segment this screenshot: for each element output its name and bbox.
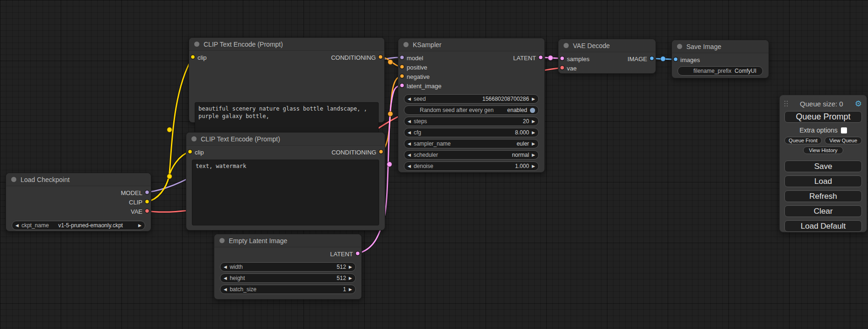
decrement-arrow-icon[interactable]: ◀	[408, 153, 411, 157]
denoise-value: 1.000	[515, 163, 529, 169]
node-titlebar[interactable]: CLIP Text Encode (Prompt)	[189, 38, 384, 51]
output-label-conditioning: CONDITIONING	[331, 54, 376, 61]
queue-front-button[interactable]: Queue Front	[784, 137, 822, 144]
widget-ckpt-name[interactable]: ◀ ckpt_name v1-5-pruned-emaonly.ckpt ▶	[12, 221, 145, 230]
widget-scheduler[interactable]: ◀ scheduler normal ▶	[404, 150, 539, 160]
decrement-arrow-icon[interactable]: ◀	[408, 97, 411, 101]
widget-filename-prefix[interactable]: filename_prefix ComfyUI	[677, 66, 763, 76]
node-titlebar[interactable]: VAE Decode	[558, 39, 656, 52]
node-titlebar[interactable]: Save Image	[672, 40, 769, 53]
output-label-model: MODEL	[121, 189, 142, 196]
node-title: Empty Latent Image	[229, 237, 287, 245]
widget-denoise[interactable]: ◀ denoise 1.000 ▶	[404, 161, 539, 171]
widget-height[interactable]: ◀ height 512 ▶	[220, 273, 356, 283]
node-titlebar[interactable]: KSampler	[398, 38, 544, 51]
increment-arrow-icon[interactable]: ▶	[532, 119, 535, 124]
node-title: CLIP Text Encode (Prompt)	[201, 135, 280, 143]
random-seed-value: enabled	[507, 107, 527, 113]
input-label-clip: clip	[195, 149, 204, 156]
gear-icon[interactable]: ⚙	[855, 100, 862, 108]
increment-arrow-icon[interactable]: ▶	[532, 164, 535, 168]
input-label-negative: negative	[407, 73, 430, 80]
node-titlebar[interactable]: Empty Latent Image	[214, 234, 361, 247]
output-label-vae: VAE	[131, 208, 142, 215]
increment-arrow-icon[interactable]: ▶	[349, 287, 352, 292]
collapse-dot-icon[interactable]	[11, 177, 16, 182]
widget-random-seed-toggle[interactable]: Random seed after every gen enabled	[404, 105, 539, 115]
node-title: CLIP Text Encode (Prompt)	[204, 41, 283, 48]
collapse-dot-icon[interactable]	[219, 238, 225, 243]
node-clip-text-encode-negative[interactable]: CLIP Text Encode (Prompt) clip CONDITION…	[186, 132, 385, 231]
increment-arrow-icon[interactable]: ▶	[532, 153, 535, 157]
extra-options-checkbox[interactable]	[841, 127, 847, 133]
negative-prompt-textarea[interactable]: text, watermark	[192, 160, 379, 225]
ckpt-name-value: v1-5-pruned-emaonly.ckpt	[58, 222, 123, 229]
collapse-dot-icon[interactable]	[403, 42, 409, 47]
decrement-arrow-icon[interactable]: ◀	[15, 224, 19, 228]
decrement-arrow-icon[interactable]: ◀	[408, 119, 411, 124]
widget-width[interactable]: ◀ width 512 ▶	[220, 262, 356, 272]
queue-menu-panel: Queue size: 0 ⚙ Queue Prompt Extra optio…	[779, 95, 867, 232]
node-vae-decode[interactable]: VAE Decode samples IMAGE vae	[558, 39, 656, 74]
drag-handle-icon[interactable]	[784, 101, 788, 107]
clear-button[interactable]: Clear	[784, 205, 862, 217]
output-label-latent: LATENT	[330, 251, 353, 258]
link-midpoint-dot	[167, 174, 172, 179]
save-button[interactable]: Save	[784, 161, 862, 172]
decrement-arrow-icon[interactable]: ◀	[224, 287, 227, 292]
output-label-clip: CLIP	[129, 199, 142, 206]
height-value: 512	[337, 275, 346, 281]
increment-arrow-icon[interactable]: ▶	[532, 97, 535, 101]
queue-prompt-button[interactable]: Queue Prompt	[784, 111, 862, 123]
decrement-arrow-icon[interactable]: ◀	[224, 276, 227, 280]
widget-sampler-name[interactable]: ◀ sampler_name euler ▶	[404, 139, 539, 148]
link-midpoint-dot	[387, 162, 392, 167]
output-label-conditioning: CONDITIONING	[332, 149, 376, 156]
refresh-button[interactable]: Refresh	[784, 190, 862, 202]
view-history-button[interactable]: View History	[803, 147, 843, 154]
load-default-button[interactable]: Load Default	[784, 220, 862, 232]
increment-arrow-icon[interactable]: ▶	[138, 224, 141, 228]
batch-size-value: 1	[343, 286, 346, 293]
collapse-dot-icon[interactable]	[677, 44, 682, 49]
toggle-indicator-icon[interactable]	[530, 108, 535, 113]
input-label-model: model	[407, 55, 423, 62]
collapse-dot-icon[interactable]	[191, 136, 197, 141]
widget-cfg[interactable]: ◀ cfg 8.000 ▶	[404, 128, 539, 137]
node-save-image[interactable]: Save Image images filename_prefix ComfyU…	[671, 40, 769, 78]
collapse-dot-icon[interactable]	[194, 42, 199, 47]
input-label-clip: clip	[198, 54, 207, 61]
link-midpoint-dot	[661, 56, 666, 62]
increment-arrow-icon[interactable]: ▶	[532, 131, 535, 135]
widget-batch-size[interactable]: ◀ batch_size 1 ▶	[220, 285, 356, 294]
widget-steps[interactable]: ◀ steps 20 ▶	[404, 117, 539, 126]
node-title: KSampler	[413, 41, 441, 49]
view-queue-button[interactable]: View Queue	[825, 137, 862, 144]
input-label-positive: positive	[407, 64, 427, 71]
scheduler-value: normal	[512, 152, 529, 158]
node-load-checkpoint[interactable]: Load Checkpoint MODEL CLIP VAE ◀ ckpt_na…	[6, 173, 151, 231]
decrement-arrow-icon[interactable]: ◀	[408, 142, 411, 146]
increment-arrow-icon[interactable]: ▶	[349, 265, 352, 269]
decrement-arrow-icon[interactable]: ◀	[224, 265, 227, 269]
decrement-arrow-icon[interactable]: ◀	[408, 131, 411, 135]
node-empty-latent-image[interactable]: Empty Latent Image LATENT ◀ width 512 ▶ …	[214, 234, 362, 300]
node-titlebar[interactable]: CLIP Text Encode (Prompt)	[186, 133, 385, 146]
link-midpoint-dot	[548, 56, 553, 61]
node-ksampler[interactable]: KSampler model LATENT positive negative …	[398, 38, 545, 173]
node-title: Save Image	[686, 43, 721, 50]
widget-seed[interactable]: ◀ seed 156680208700286 ▶	[404, 94, 539, 104]
node-graph-canvas[interactable]: Load Checkpoint MODEL CLIP VAE ◀ ckpt_na…	[0, 0, 868, 329]
increment-arrow-icon[interactable]: ▶	[532, 142, 535, 146]
node-clip-text-encode-positive[interactable]: CLIP Text Encode (Prompt) clip CONDITION…	[189, 37, 385, 123]
decrement-arrow-icon[interactable]: ◀	[408, 164, 411, 168]
link-midpoint-dot	[388, 60, 393, 65]
link-midpoint-dot	[388, 112, 393, 117]
increment-arrow-icon[interactable]: ▶	[349, 276, 352, 280]
collapse-dot-icon[interactable]	[564, 43, 569, 48]
cfg-value: 8.000	[515, 129, 529, 136]
load-button[interactable]: Load	[784, 175, 862, 187]
node-titlebar[interactable]: Load Checkpoint	[6, 173, 151, 186]
wire-clip-to-negative-prompt	[147, 152, 190, 202]
input-label-latent-image: latent_image	[407, 83, 441, 90]
